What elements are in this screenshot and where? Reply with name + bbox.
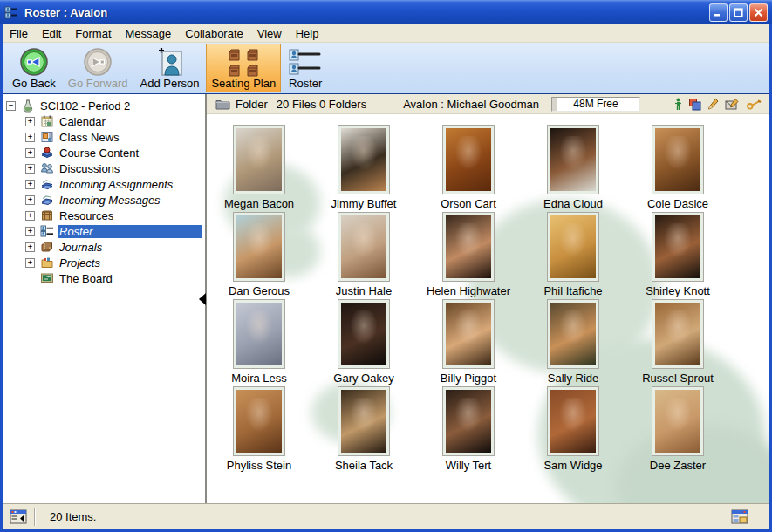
expand-box-icon[interactable] xyxy=(25,211,35,221)
student-photo[interactable] xyxy=(338,387,389,455)
student-photo[interactable] xyxy=(548,300,598,368)
roster-item[interactable]: Edna Cloud xyxy=(521,126,625,213)
expand-box-icon[interactable] xyxy=(25,133,35,142)
student-photo[interactable] xyxy=(443,213,494,281)
menu-item-file[interactable]: File xyxy=(3,26,35,41)
roster-item[interactable]: Sally Ride xyxy=(521,300,625,387)
roster-item[interactable]: Willy Tert xyxy=(416,387,521,474)
roster-item[interactable]: Sam Widge xyxy=(521,387,625,474)
roster-item[interactable]: Cole Dasice xyxy=(625,126,730,213)
add-person-label: Add Person xyxy=(140,77,200,90)
menu-item-help[interactable]: Help xyxy=(289,26,326,41)
title-bar: Roster : Avalon xyxy=(0,0,772,24)
roster-icon xyxy=(288,47,323,77)
expand-box-icon[interactable] xyxy=(25,227,35,236)
tree-item-discussions[interactable]: Discussions xyxy=(3,160,205,176)
student-photo[interactable] xyxy=(234,213,284,281)
student-photo[interactable] xyxy=(548,213,598,281)
student-photo[interactable] xyxy=(234,387,284,455)
go-forward-icon xyxy=(83,47,113,77)
roster-item[interactable]: Helen Highwater xyxy=(416,213,521,300)
roster-item[interactable]: Russel Sprout xyxy=(625,300,730,387)
pencil-icon[interactable] xyxy=(707,98,719,111)
seating-plan-button[interactable]: Seating Plan xyxy=(206,44,281,92)
tree-item-class-news[interactable]: Class News xyxy=(3,129,205,145)
menu-item-format[interactable]: Format xyxy=(68,26,118,41)
menu-item-edit[interactable]: Edit xyxy=(35,26,68,41)
student-name: Moira Less xyxy=(231,372,287,385)
maximize-button[interactable] xyxy=(729,3,748,22)
expand-box-icon[interactable] xyxy=(25,117,35,126)
tree-item-calendar[interactable]: Calendar xyxy=(3,113,205,129)
roster-item[interactable]: Orson Cart xyxy=(416,126,521,213)
tree-item-label: Resources xyxy=(58,209,115,222)
content-header: Folder 20 Files 0 Folders Avalon : Micha… xyxy=(207,94,769,114)
expand-box-icon[interactable] xyxy=(25,164,35,174)
roster-item[interactable]: Phil Itafiche xyxy=(521,213,625,300)
student-name: Edna Cloud xyxy=(543,197,603,210)
person-icon[interactable] xyxy=(674,98,682,111)
student-photo[interactable] xyxy=(652,213,703,281)
layout-toggle-icon[interactable] xyxy=(731,509,748,524)
tree-item-course-content[interactable]: Course Content xyxy=(3,145,205,160)
roster-item[interactable]: Dan Gerous xyxy=(207,213,311,300)
student-photo[interactable] xyxy=(548,387,598,455)
menu-item-message[interactable]: Message xyxy=(119,26,179,41)
compose-mail-icon[interactable] xyxy=(725,98,741,111)
student-photo[interactable] xyxy=(338,300,389,368)
expand-box-icon[interactable] xyxy=(25,242,35,252)
app-icon xyxy=(4,5,19,20)
student-photo[interactable] xyxy=(443,126,494,194)
student-name: Phil Itafiche xyxy=(543,284,602,297)
student-photo[interactable] xyxy=(652,300,703,368)
student-photo[interactable] xyxy=(652,387,703,455)
close-button[interactable] xyxy=(749,3,768,22)
tree-item-journals[interactable]: Journals xyxy=(3,239,205,255)
expand-box-icon[interactable] xyxy=(25,180,35,189)
roster-item[interactable]: Moira Less xyxy=(207,300,311,387)
tree-item-the-board[interactable]: The Board xyxy=(3,270,205,286)
student-photo[interactable] xyxy=(338,126,389,194)
tree-item-label: Projects xyxy=(58,256,102,269)
expand-box-icon[interactable] xyxy=(25,148,35,158)
tree-item-resources[interactable]: Resources xyxy=(3,208,205,223)
roster-item[interactable]: Megan Bacon xyxy=(207,126,311,213)
student-photo[interactable] xyxy=(443,300,494,368)
roster-item[interactable]: Billy Piggot xyxy=(416,300,521,387)
copy-icon[interactable] xyxy=(688,98,701,111)
course-tree: SCI102 - Period 2 Calendar Class News xyxy=(3,94,207,503)
student-photo[interactable] xyxy=(548,126,598,194)
go-back-button[interactable]: Go Back xyxy=(7,44,61,92)
student-photo[interactable] xyxy=(443,387,494,455)
student-photo[interactable] xyxy=(234,300,284,368)
sidebar-collapse-arrow[interactable] xyxy=(199,293,206,305)
seating-plan-icon xyxy=(226,47,261,77)
minimize-button[interactable] xyxy=(709,3,728,22)
tree-item-incoming-messages[interactable]: Incoming Messages xyxy=(3,192,205,208)
student-photo[interactable] xyxy=(652,126,703,194)
roster-item[interactable]: Shirley Knott xyxy=(625,213,730,300)
panel-toggle-icon[interactable] xyxy=(10,509,27,524)
tree-item-projects[interactable]: Projects xyxy=(3,255,205,270)
roster-item[interactable]: Sheila Tack xyxy=(311,387,416,474)
collapse-box-icon[interactable] xyxy=(6,101,16,111)
tree-item-incoming-assignments[interactable]: Incoming Assignments xyxy=(3,176,205,192)
student-photo[interactable] xyxy=(338,213,389,281)
add-person-button[interactable]: Add Person xyxy=(135,44,205,92)
student-photo[interactable] xyxy=(234,126,284,194)
tree-item-root[interactable]: SCI102 - Period 2 xyxy=(3,98,205,113)
menu-item-collaborate[interactable]: Collaborate xyxy=(178,26,250,41)
key-icon[interactable] xyxy=(747,99,762,110)
menu-item-view[interactable]: View xyxy=(250,26,289,41)
tree-item-label: Journals xyxy=(58,241,104,254)
expand-box-icon[interactable] xyxy=(25,258,35,268)
roster-item[interactable]: Dee Zaster xyxy=(625,387,730,474)
roster-button[interactable]: Roster xyxy=(283,44,328,92)
roster-item[interactable]: Phyliss Stein xyxy=(207,387,311,474)
roster-item[interactable]: Jimmy Buffet xyxy=(311,126,416,213)
expand-box-icon[interactable] xyxy=(25,195,35,205)
roster-item[interactable]: Justin Hale xyxy=(311,213,416,300)
student-name: Helen Highwater xyxy=(427,284,510,297)
roster-item[interactable]: Gary Oakey xyxy=(311,300,416,387)
tree-item-roster[interactable]: Roster xyxy=(3,223,205,239)
